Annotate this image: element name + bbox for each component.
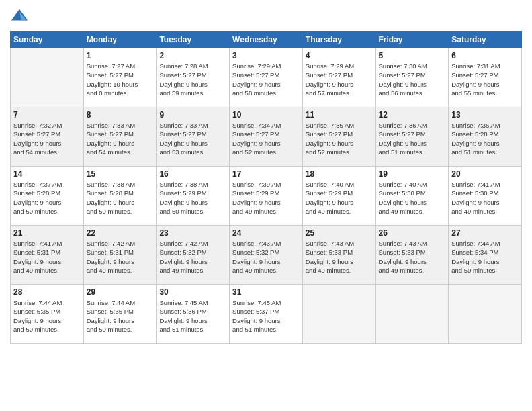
day-number: 13 [451, 110, 519, 120]
day-cell: 24Sunrise: 7:43 AMSunset: 5:32 PMDayligh… [230, 226, 303, 285]
day-info: Sunrise: 7:43 AMSunset: 5:33 PMDaylight:… [379, 239, 446, 275]
day-info: Sunrise: 7:42 AMSunset: 5:31 PMDaylight:… [87, 239, 154, 275]
week-row-1: 1Sunrise: 7:27 AMSunset: 5:27 PMDaylight… [11, 48, 522, 107]
day-info: Sunrise: 7:37 AMSunset: 5:28 PMDaylight:… [13, 180, 81, 216]
day-cell: 1Sunrise: 7:27 AMSunset: 5:27 PMDaylight… [83, 48, 157, 107]
day-cell: 11Sunrise: 7:35 AMSunset: 5:27 PMDayligh… [302, 107, 375, 167]
day-number: 7 [13, 110, 81, 120]
day-number: 27 [451, 228, 519, 238]
day-header-saturday: Saturday [449, 32, 522, 48]
day-cell: 14Sunrise: 7:37 AMSunset: 5:28 PMDayligh… [11, 167, 84, 226]
day-number: 6 [451, 51, 519, 60]
day-number: 5 [379, 51, 446, 60]
day-info: Sunrise: 7:40 AMSunset: 5:29 PMDaylight:… [306, 180, 373, 216]
day-header-wednesday: Wednesday [230, 32, 303, 48]
header [10, 7, 522, 26]
day-number: 21 [13, 228, 81, 238]
day-number: 26 [379, 228, 446, 238]
day-number: 3 [232, 51, 300, 60]
day-cell: 8Sunrise: 7:33 AMSunset: 5:27 PMDaylight… [83, 107, 157, 167]
day-info: Sunrise: 7:33 AMSunset: 5:27 PMDaylight:… [87, 121, 154, 156]
day-header-sunday: Sunday [11, 32, 84, 48]
page: SundayMondayTuesdayWednesdayThursdayFrid… [0, 0, 532, 411]
day-cell: 23Sunrise: 7:42 AMSunset: 5:32 PMDayligh… [157, 226, 230, 285]
day-info: Sunrise: 7:42 AMSunset: 5:32 PMDaylight:… [159, 239, 226, 275]
day-number: 14 [13, 169, 81, 179]
day-number: 23 [159, 228, 226, 238]
day-cell: 13Sunrise: 7:36 AMSunset: 5:28 PMDayligh… [449, 107, 522, 167]
day-header-monday: Monday [83, 32, 157, 48]
week-row-5: 28Sunrise: 7:44 AMSunset: 5:35 PMDayligh… [11, 285, 522, 344]
day-number: 2 [159, 51, 226, 60]
day-cell [449, 285, 522, 344]
day-number: 4 [306, 51, 373, 60]
day-number: 8 [87, 110, 154, 120]
day-info: Sunrise: 7:39 AMSunset: 5:29 PMDaylight:… [232, 180, 300, 216]
day-cell: 15Sunrise: 7:38 AMSunset: 5:28 PMDayligh… [83, 167, 157, 226]
day-info: Sunrise: 7:35 AMSunset: 5:27 PMDaylight:… [306, 121, 373, 156]
header-row: SundayMondayTuesdayWednesdayThursdayFrid… [11, 32, 522, 48]
day-number: 31 [232, 287, 300, 297]
day-cell: 3Sunrise: 7:29 AMSunset: 5:27 PMDaylight… [230, 48, 303, 107]
day-cell: 16Sunrise: 7:38 AMSunset: 5:29 PMDayligh… [157, 167, 230, 226]
day-cell: 17Sunrise: 7:39 AMSunset: 5:29 PMDayligh… [230, 167, 303, 226]
logo [10, 7, 32, 26]
day-number: 28 [13, 287, 81, 297]
day-cell: 22Sunrise: 7:42 AMSunset: 5:31 PMDayligh… [83, 226, 157, 285]
day-info: Sunrise: 7:29 AMSunset: 5:27 PMDaylight:… [232, 62, 300, 97]
calendar-header: SundayMondayTuesdayWednesdayThursdayFrid… [11, 32, 522, 48]
day-cell: 28Sunrise: 7:44 AMSunset: 5:35 PMDayligh… [11, 285, 84, 344]
day-number: 16 [159, 169, 226, 179]
day-number: 9 [159, 110, 226, 120]
week-row-4: 21Sunrise: 7:41 AMSunset: 5:31 PMDayligh… [11, 226, 522, 285]
day-info: Sunrise: 7:40 AMSunset: 5:30 PMDaylight:… [379, 180, 446, 216]
day-info: Sunrise: 7:44 AMSunset: 5:35 PMDaylight:… [13, 298, 81, 334]
day-cell: 7Sunrise: 7:32 AMSunset: 5:27 PMDaylight… [11, 107, 84, 167]
day-number: 30 [159, 287, 226, 297]
day-cell: 30Sunrise: 7:45 AMSunset: 5:36 PMDayligh… [157, 285, 230, 344]
day-info: Sunrise: 7:38 AMSunset: 5:29 PMDaylight:… [159, 180, 226, 216]
day-cell: 19Sunrise: 7:40 AMSunset: 5:30 PMDayligh… [375, 167, 449, 226]
day-info: Sunrise: 7:31 AMSunset: 5:27 PMDaylight:… [451, 62, 519, 97]
day-cell: 21Sunrise: 7:41 AMSunset: 5:31 PMDayligh… [11, 226, 84, 285]
day-cell: 6Sunrise: 7:31 AMSunset: 5:27 PMDaylight… [449, 48, 522, 107]
day-number: 11 [306, 110, 373, 120]
day-cell: 29Sunrise: 7:44 AMSunset: 5:35 PMDayligh… [83, 285, 157, 344]
day-info: Sunrise: 7:43 AMSunset: 5:32 PMDaylight:… [232, 239, 300, 275]
day-cell: 9Sunrise: 7:33 AMSunset: 5:27 PMDaylight… [157, 107, 230, 167]
day-info: Sunrise: 7:43 AMSunset: 5:33 PMDaylight:… [306, 239, 373, 275]
week-row-2: 7Sunrise: 7:32 AMSunset: 5:27 PMDaylight… [11, 107, 522, 167]
day-number: 22 [87, 228, 154, 238]
day-info: Sunrise: 7:30 AMSunset: 5:27 PMDaylight:… [379, 62, 446, 97]
day-cell [11, 48, 84, 107]
day-info: Sunrise: 7:41 AMSunset: 5:30 PMDaylight:… [451, 180, 519, 216]
day-number: 29 [87, 287, 154, 297]
calendar-body: 1Sunrise: 7:27 AMSunset: 5:27 PMDaylight… [11, 48, 522, 344]
day-number: 20 [451, 169, 519, 179]
day-cell: 31Sunrise: 7:45 AMSunset: 5:37 PMDayligh… [230, 285, 303, 344]
day-info: Sunrise: 7:44 AMSunset: 5:35 PMDaylight:… [87, 298, 154, 334]
day-info: Sunrise: 7:29 AMSunset: 5:27 PMDaylight:… [306, 62, 373, 97]
day-cell: 25Sunrise: 7:43 AMSunset: 5:33 PMDayligh… [302, 226, 375, 285]
day-cell: 2Sunrise: 7:28 AMSunset: 5:27 PMDaylight… [157, 48, 230, 107]
week-row-3: 14Sunrise: 7:37 AMSunset: 5:28 PMDayligh… [11, 167, 522, 226]
day-info: Sunrise: 7:41 AMSunset: 5:31 PMDaylight:… [13, 239, 81, 275]
day-number: 15 [87, 169, 154, 179]
day-cell: 18Sunrise: 7:40 AMSunset: 5:29 PMDayligh… [302, 167, 375, 226]
day-number: 24 [232, 228, 300, 238]
day-number: 18 [306, 169, 373, 179]
day-info: Sunrise: 7:34 AMSunset: 5:27 PMDaylight:… [232, 121, 300, 156]
day-info: Sunrise: 7:28 AMSunset: 5:27 PMDaylight:… [159, 62, 226, 97]
day-cell: 20Sunrise: 7:41 AMSunset: 5:30 PMDayligh… [449, 167, 522, 226]
day-number: 12 [379, 110, 446, 120]
day-number: 1 [87, 51, 154, 60]
logo-icon [10, 7, 29, 26]
day-number: 17 [232, 169, 300, 179]
day-info: Sunrise: 7:36 AMSunset: 5:28 PMDaylight:… [451, 121, 519, 156]
day-cell [302, 285, 375, 344]
day-number: 10 [232, 110, 300, 120]
day-info: Sunrise: 7:33 AMSunset: 5:27 PMDaylight:… [159, 121, 226, 156]
svg-marker-0 [11, 9, 28, 21]
day-cell: 10Sunrise: 7:34 AMSunset: 5:27 PMDayligh… [230, 107, 303, 167]
day-cell: 26Sunrise: 7:43 AMSunset: 5:33 PMDayligh… [375, 226, 449, 285]
